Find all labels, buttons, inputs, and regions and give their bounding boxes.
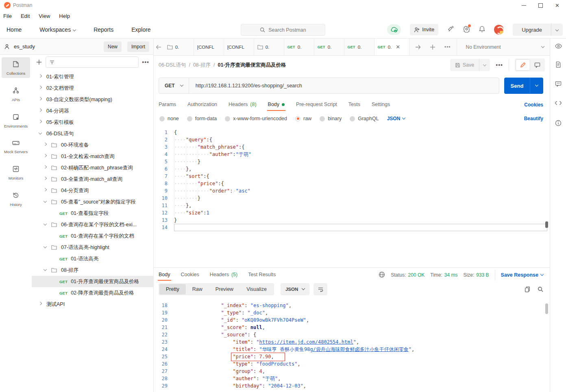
chevron-down-icon[interactable] (43, 223, 47, 226)
forward-arrow-icon[interactable] (415, 45, 421, 50)
body-mode-x-www-form-urlencoded[interactable]: x-www-form-urlencoded (225, 116, 287, 121)
back-arrow-icon[interactable] (154, 39, 164, 55)
tree-folder[interactable]: 03-全量查询-match_all查询 (32, 173, 153, 185)
request-tab[interactable]: [CONFL (224, 39, 254, 55)
request-editor-scrollbar[interactable] (545, 221, 548, 228)
send-chevron-icon[interactable] (530, 78, 543, 94)
request-tab-active[interactable]: GET0.✕ (374, 39, 409, 55)
body-mode-none[interactable]: none (159, 116, 179, 121)
view-raw[interactable]: Raw (186, 284, 209, 295)
sync-status-icon[interactable] (387, 24, 401, 35)
network-globe-icon[interactable] (379, 271, 385, 279)
rail-item-collections[interactable]: Collections (2, 57, 30, 78)
workspace-name[interactable]: es_study (14, 43, 98, 50)
body-mode-binary[interactable]: binary (320, 116, 342, 121)
tree-folder[interactable]: 01-全文检索-match查询 (32, 151, 153, 162)
tab-tests[interactable]: Tests (348, 102, 360, 108)
tab-options-icon[interactable]: ••• (444, 44, 451, 50)
eye-icon[interactable] (550, 43, 566, 49)
method-select[interactable]: GET (159, 83, 189, 89)
close-tab-icon[interactable]: ✕ (396, 44, 400, 50)
nav-item-reports[interactable]: Reports (94, 26, 113, 33)
chevron-right-icon[interactable] (38, 98, 42, 101)
request-more-icon[interactable]: ••• (496, 62, 503, 68)
new-tab-icon[interactable] (430, 44, 435, 50)
tree-collection[interactable]: 测试API (32, 299, 153, 310)
menu-view[interactable]: View (39, 13, 50, 19)
maximize-button[interactable] (538, 3, 543, 8)
response-tab-test-results[interactable]: Test Results (248, 272, 276, 278)
tab-headers[interactable]: Headers(8) (229, 102, 257, 108)
tree-collection[interactable]: 05-索引模板 (32, 117, 153, 128)
response-tab-cookies[interactable]: Cookies (181, 272, 199, 278)
chevron-right-icon[interactable] (38, 303, 42, 305)
url-input[interactable]: http://192.168.1.121:9200/es-shopping/_s… (189, 83, 309, 89)
documentation-icon[interactable] (550, 61, 566, 68)
nav-item-workspaces[interactable]: Workspaces (39, 26, 76, 33)
global-search[interactable]: Search Postman (241, 24, 325, 36)
copy-icon[interactable] (525, 286, 530, 292)
view-visualize[interactable]: Visualize (240, 284, 273, 295)
breadcrumb[interactable]: 06-DSL语句/08-排序/01-升序查询最便宜商品及价格 (159, 62, 286, 69)
url-field[interactable]: GET http://192.168.1.121:9200/es-shoppin… (159, 78, 499, 94)
response-search-icon[interactable] (538, 286, 543, 292)
body-mode-raw[interactable]: raw (295, 116, 311, 121)
send-button[interactable]: Send (504, 78, 543, 94)
code-link[interactable]: https://item.jd.com/4802554.html (259, 339, 353, 345)
response-tab-headers[interactable]: Headers(5) (210, 272, 238, 278)
capture-requests-icon[interactable] (447, 26, 454, 34)
tree-folder[interactable]: 04-分页查询 (32, 185, 153, 196)
tab-settings[interactable]: Settings (372, 102, 390, 108)
info-icon[interactable] (550, 120, 566, 126)
tab-body[interactable]: Body (268, 102, 285, 108)
chevron-right-icon[interactable] (38, 87, 42, 89)
request-language-select[interactable]: JSON (387, 116, 405, 121)
add-collection-icon[interactable] (36, 59, 42, 65)
save-button[interactable]: Save (450, 59, 490, 71)
code-icon[interactable] (550, 100, 566, 106)
chevron-right-icon[interactable] (43, 189, 47, 192)
breadcrumb-segment[interactable]: 08-排序 (193, 62, 211, 69)
beautify-link[interactable]: Beautify (524, 116, 543, 121)
response-tab-body[interactable]: Body (159, 272, 170, 278)
request-tab[interactable]: 0. (164, 39, 194, 55)
chevron-down-icon[interactable] (43, 246, 47, 249)
tree-request[interactable]: GET02-降序查询最贵商品及价格 (32, 287, 153, 299)
comments-icon[interactable] (550, 81, 566, 87)
tab-pre-request-script[interactable]: Pre-request Script (296, 102, 337, 108)
user-avatar[interactable] (494, 25, 504, 35)
settings-gear-icon[interactable] (463, 26, 470, 34)
rail-item-monitors[interactable]: Monitors (2, 162, 30, 183)
filter-input[interactable] (46, 56, 139, 68)
rail-item-history[interactable]: History (2, 188, 30, 209)
save-chevron-icon[interactable] (479, 62, 490, 68)
environment-select[interactable]: No Environment (457, 39, 550, 55)
tree-folder[interactable]: 07-语法高亮-highlight (32, 242, 153, 253)
menu-edit[interactable]: Edit (21, 13, 30, 19)
tree-collection[interactable]: 04-分词器 (32, 105, 153, 117)
chevron-down-icon[interactable] (43, 269, 47, 271)
chevron-right-icon[interactable] (38, 121, 42, 123)
chevron-right-icon[interactable] (43, 155, 47, 158)
chevron-down-icon[interactable] (38, 132, 42, 135)
nav-item-explore[interactable]: Explore (131, 26, 150, 33)
response-body-editor[interactable]: 18"_index": "es-shopping",19"_type": "_d… (154, 302, 547, 392)
tree-collection[interactable]: 03-自定义数据类型(mapping) (32, 94, 153, 105)
request-body-editor[interactable]: 1{2····"query":{3········"match_phrase":… (154, 129, 547, 236)
view-pretty[interactable]: Pretty (159, 284, 186, 295)
chevron-down-icon[interactable] (43, 201, 47, 203)
chevron-right-icon[interactable] (43, 167, 47, 169)
tree-collection[interactable]: 02-文档管理 (32, 82, 153, 94)
request-tab[interactable]: GET0. (284, 39, 314, 55)
code-link[interactable]: /袋舟山海味即食鲜卤多汁小鱼干仔休闲零食 (313, 347, 409, 352)
tree-folder[interactable]: 06-查询存在某个字段的文档-exi... (32, 219, 153, 230)
upgrade-chevron-icon[interactable] (551, 27, 563, 33)
tree-folder[interactable]: 08-排序 (32, 264, 153, 276)
wrap-text-icon[interactable] (313, 283, 327, 295)
response-editor-scrollbar[interactable] (545, 303, 548, 314)
nav-item-home[interactable]: Home (7, 26, 22, 33)
rail-item-mock-servers[interactable]: Mock Servers (2, 136, 30, 156)
minimize-button[interactable] (522, 5, 526, 6)
tree-request[interactable]: GET01-查询存在某个字段的文档 (32, 230, 153, 242)
save-response-button[interactable]: Save Response (501, 272, 543, 278)
